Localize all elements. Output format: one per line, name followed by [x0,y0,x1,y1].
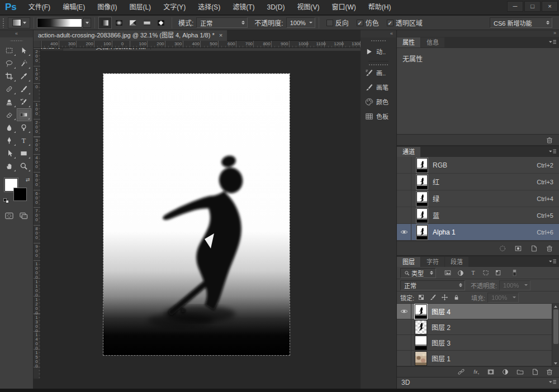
toolbox-grip[interactable] [10,39,23,42]
scroll-up-icon[interactable] [554,305,557,308]
pen-tool[interactable] [2,134,17,147]
visibility-toggle[interactable] [397,174,411,190]
gradient-picker-button[interactable] [83,18,91,28]
hand-tool[interactable] [2,160,17,173]
link-icon[interactable] [457,368,465,376]
close-button[interactable]: × [542,1,558,12]
new-item-icon[interactable] [531,368,539,376]
linear-gradient-button[interactable] [98,17,112,29]
panel-menu-icon[interactable] [548,259,557,265]
visibility-toggle[interactable] [397,207,411,223]
eye-icon[interactable] [397,224,411,240]
panel-menu-icon[interactable] [548,379,557,385]
scroll-down-icon[interactable] [554,362,557,365]
channel-row-蓝[interactable]: 蓝Ctrl+5 [397,207,559,224]
canvas-image[interactable] [103,74,290,355]
quick-mask-button[interactable] [4,212,14,220]
path-selection-tool[interactable] [2,147,17,160]
3d-panel-bar[interactable]: 3D [397,377,559,387]
channel-row-Alpha 1[interactable]: Alpha 1Ctrl+6 [397,224,559,241]
menu-item-5[interactable]: 文字(Y) [157,0,192,15]
checkbox-icon[interactable]: ✓ [357,20,363,26]
tab-close-icon[interactable]: × [219,30,222,41]
lock-brush-small-icon[interactable] [429,294,437,301]
options-bar-grip[interactable] [2,18,5,28]
diamond-gradient-button[interactable] [154,17,168,29]
history-brush-tool[interactable] [17,95,31,108]
shape-tool[interactable] [17,147,31,160]
visibility-toggle[interactable] [397,319,411,334]
menu-item-7[interactable]: 滤镜(T) [226,0,260,15]
trash-icon[interactable] [546,245,553,252]
gradient-preview[interactable] [37,18,82,27]
document-tab[interactable]: action-adult-crossing-2083866.jpg @ 32.1… [34,30,227,41]
layer-blend-mode-select[interactable]: 正常 [400,280,465,290]
dock-panel-4[interactable]: 颜色 [361,94,396,109]
type-tool[interactable]: T [17,134,31,147]
type-letter-filter-icon[interactable]: T [470,269,477,276]
visibility-toggle[interactable] [397,157,411,173]
layer-row-图层 3[interactable]: 图层 3 [397,335,559,351]
checkbox-反向[interactable]: 反向 [326,18,349,27]
folder-icon[interactable] [516,368,524,376]
eye-icon[interactable] [397,304,411,319]
healing-brush-tool[interactable] [2,83,17,95]
layer-fill-select[interactable]: 100% [487,293,519,303]
new-item-icon[interactable] [530,245,538,252]
layer-row-图层 2[interactable]: 图层 2 [397,319,559,335]
layer-filter-select[interactable]: 类型 [400,268,436,278]
minimize-button[interactable]: ─ [507,1,523,12]
gradient-tool[interactable] [17,108,31,121]
dock-panel-3[interactable]: 画笔 [361,80,396,94]
checkbox-仿色[interactable]: ✓仿色 [357,18,379,27]
crop-tool[interactable] [2,70,17,83]
fx-icon[interactable]: fx [472,368,480,376]
blend-mode-select[interactable]: 正常 [196,17,248,28]
trash-icon[interactable] [546,136,553,144]
menu-item-10[interactable]: 窗口(W) [325,0,362,15]
tab-段落[interactable]: 段落 [445,257,468,267]
dock-panel-1[interactable]: 动.. [361,44,396,59]
radial-gradient-button[interactable] [112,17,126,29]
save-mask-icon[interactable] [514,245,522,252]
layer-row-图层 1[interactable]: 图层 1 [397,351,559,366]
reflected-gradient-button[interactable] [140,17,154,29]
brush-tool[interactable] [17,83,31,95]
lock-move-small-icon[interactable] [441,294,448,301]
maximize-button[interactable]: □ [524,1,541,12]
scrollbar-thumb[interactable] [553,309,558,344]
menu-item-4[interactable]: 图层(L) [123,0,157,15]
adjustment-filter-icon[interactable] [457,269,465,277]
gradient-editor[interactable] [37,18,91,28]
panel-column-collapse[interactable]: » [397,30,559,37]
mask-icon[interactable] [487,368,495,376]
checkbox-icon[interactable] [326,20,333,26]
dock-panel-2[interactable]: 画.. [361,65,396,80]
checkbox-透明区域[interactable]: ✓透明区域 [387,18,423,27]
smart-object-filter-icon[interactable] [495,269,502,276]
shape-frame-filter-icon[interactable] [482,269,490,276]
magic-wand-tool[interactable] [17,57,31,70]
menu-item-6[interactable]: 选择(S) [192,0,226,15]
tab-属性[interactable]: 属性 [397,37,420,47]
toolbox-collapse-button[interactable]: « [0,30,33,37]
clone-stamp-tool[interactable] [2,95,17,108]
adjustment-icon[interactable] [501,368,509,376]
menu-item-11[interactable]: 帮助(H) [362,0,397,15]
layer-row-图层 4[interactable]: 图层 4 [397,304,559,319]
zoom-tool[interactable] [17,160,31,173]
tool-preset-picker[interactable] [8,17,30,28]
channel-row-绿[interactable]: 绿Ctrl+4 [397,190,559,207]
menu-item-3[interactable]: 图像(I) [91,0,123,15]
tab-信息[interactable]: 信息 [421,37,444,47]
panel-menu-icon[interactable] [548,149,557,155]
image-filter-icon[interactable] [444,269,452,276]
menu-item-1[interactable]: 文件(F) [22,0,56,15]
angle-gradient-button[interactable] [126,17,140,29]
lock-checker-icon[interactable] [418,294,425,301]
lasso-tool[interactable] [2,57,17,70]
visibility-toggle[interactable] [397,335,411,350]
background-color-swatch[interactable] [13,188,27,201]
visibility-toggle[interactable] [397,190,411,207]
default-colors-icon[interactable] [3,198,10,204]
